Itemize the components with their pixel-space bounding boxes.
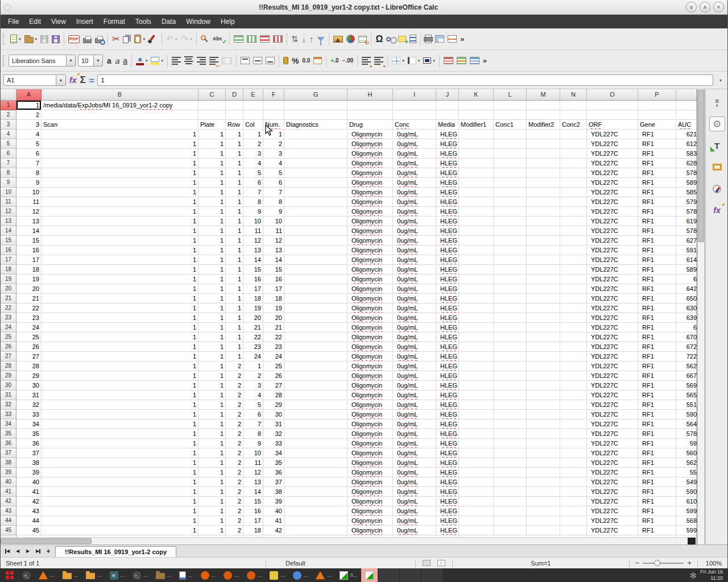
- cell[interactable]: [459, 352, 494, 361]
- row-header-40[interactable]: 40: [1, 477, 16, 487]
- cell[interactable]: 0ug/mL: [393, 323, 436, 332]
- cell[interactable]: 1: [198, 477, 226, 487]
- row-header-26[interactable]: 26: [1, 342, 16, 352]
- cell[interactable]: [284, 477, 348, 487]
- name-box-dropdown-icon[interactable]: ▼: [56, 75, 65, 85]
- column-header-L[interactable]: L: [494, 89, 527, 101]
- cell[interactable]: YDL227C: [587, 400, 638, 410]
- undo-button[interactable]: ↶▾: [164, 31, 179, 48]
- cell[interactable]: 43: [16, 506, 42, 516]
- cell[interactable]: 8: [16, 168, 42, 178]
- cell[interactable]: 1: [226, 197, 243, 207]
- cell[interactable]: 1: [226, 275, 243, 284]
- cell-B1[interactable]: /media/data/ExpJobs/MI 16_0919_yor1-2 co…: [42, 101, 198, 110]
- cell[interactable]: RF1: [638, 332, 676, 342]
- cell[interactable]: 16: [243, 275, 263, 284]
- cell[interactable]: [527, 381, 560, 390]
- cell[interactable]: 3: [263, 149, 284, 159]
- cell[interactable]: [459, 217, 494, 226]
- cell[interactable]: [527, 130, 560, 139]
- cell[interactable]: 0ug/mL: [393, 207, 436, 217]
- cell[interactable]: RF1: [638, 323, 676, 332]
- cell[interactable]: [284, 246, 348, 255]
- cell[interactable]: 3: [243, 149, 263, 159]
- cell[interactable]: 21: [263, 323, 284, 332]
- cell[interactable]: [459, 323, 494, 332]
- cell[interactable]: 1: [226, 130, 243, 139]
- cell[interactable]: [284, 236, 348, 246]
- cell[interactable]: 1: [42, 361, 198, 371]
- cell[interactable]: 0ug/mL: [393, 458, 436, 468]
- cell[interactable]: 1: [198, 130, 226, 139]
- cell[interactable]: [527, 497, 560, 506]
- menu-tools[interactable]: Tools: [130, 15, 156, 28]
- cell[interactable]: [527, 439, 560, 448]
- border-style-button-dropdown-icon[interactable]: ▾: [418, 59, 420, 63]
- taskbar-firefox-2[interactable]: ...: [220, 568, 243, 582]
- cell[interactable]: 1: [198, 246, 226, 255]
- column-header-D[interactable]: D: [226, 89, 243, 101]
- cell[interactable]: [560, 149, 587, 159]
- cell[interactable]: 55: [676, 468, 697, 477]
- toolbar2-overflow-button[interactable]: »: [481, 52, 489, 69]
- functions-fx-icon[interactable]: fx: [709, 203, 725, 218]
- cell[interactable]: Oligomycin: [348, 381, 393, 390]
- cell[interactable]: [284, 294, 348, 304]
- cell[interactable]: 1: [198, 168, 226, 178]
- cell[interactable]: 9: [263, 207, 284, 217]
- cell[interactable]: Oligomycin: [348, 284, 393, 294]
- cell[interactable]: 670: [676, 332, 697, 342]
- cell[interactable]: [560, 342, 587, 352]
- cell[interactable]: 11: [243, 458, 263, 468]
- cell[interactable]: [459, 149, 494, 159]
- cell[interactable]: 1: [198, 217, 226, 226]
- cell[interactable]: [494, 323, 527, 332]
- row-header-12[interactable]: 12: [1, 207, 16, 217]
- cell[interactable]: 33: [263, 439, 284, 448]
- cell[interactable]: RF1: [638, 468, 676, 477]
- cell[interactable]: 33: [16, 410, 42, 419]
- cell[interactable]: [527, 188, 560, 197]
- cell[interactable]: 1: [226, 168, 243, 178]
- cell[interactable]: [527, 178, 560, 188]
- toolbar-overflow-button[interactable]: »: [458, 31, 466, 48]
- cell[interactable]: 1: [42, 352, 198, 361]
- cell[interactable]: 1: [198, 294, 226, 304]
- cell[interactable]: [459, 284, 494, 294]
- cell[interactable]: [560, 284, 587, 294]
- cell[interactable]: 578: [676, 168, 697, 178]
- row-header-5[interactable]: 5: [1, 139, 16, 149]
- cell[interactable]: [436, 110, 459, 120]
- row-header-42[interactable]: 42: [1, 497, 16, 506]
- cell[interactable]: [459, 477, 494, 487]
- cell[interactable]: 2: [226, 458, 243, 468]
- page-style[interactable]: Default: [270, 560, 412, 567]
- cell[interactable]: [494, 381, 527, 390]
- open-button-dropdown-icon[interactable]: ▾: [35, 37, 38, 41]
- cell[interactable]: 5: [243, 400, 263, 410]
- taskbar-files-3[interactable]: ...: [152, 568, 176, 582]
- cell[interactable]: RF1: [638, 429, 676, 439]
- cell[interactable]: YDL227C: [587, 439, 638, 448]
- cell[interactable]: [284, 168, 348, 178]
- cell[interactable]: [560, 332, 587, 342]
- copy-button[interactable]: [121, 31, 133, 48]
- cell[interactable]: 0ug/mL: [393, 178, 436, 188]
- cell[interactable]: Oligomycin: [348, 207, 393, 217]
- cell[interactable]: 2: [226, 526, 243, 535]
- cell[interactable]: [560, 487, 587, 497]
- cell[interactable]: 672: [676, 342, 697, 352]
- toolbar-grip[interactable]: [3, 34, 6, 45]
- cell[interactable]: [560, 381, 587, 390]
- cell[interactable]: [494, 178, 527, 188]
- redo-button-dropdown-icon[interactable]: ▾: [190, 37, 192, 41]
- cell[interactable]: 0ug/mL: [393, 168, 436, 178]
- cell[interactable]: 27: [16, 352, 42, 361]
- sort-button[interactable]: ⇅: [289, 31, 300, 48]
- cell[interactable]: 2: [226, 429, 243, 439]
- cell[interactable]: 1: [42, 168, 198, 178]
- cell[interactable]: [560, 497, 587, 506]
- cell[interactable]: 1: [226, 304, 243, 313]
- cell[interactable]: HLEG: [436, 304, 459, 313]
- cell[interactable]: 0ug/mL: [393, 448, 436, 458]
